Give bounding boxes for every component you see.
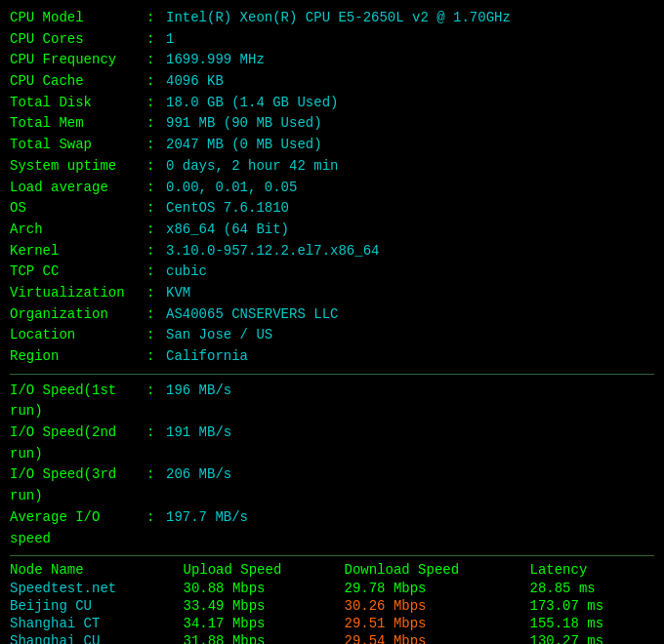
sysinfo-label: OS (10, 198, 146, 220)
io-row: I/O Speed(1st run) : 196 MB/s (10, 381, 654, 423)
network-download: 29.51 Mbps (344, 615, 529, 632)
sysinfo-row: CPU Cache : 4096 KB (10, 71, 654, 93)
io-row: I/O Speed(2nd run) : 191 MB/s (10, 423, 654, 464)
sysinfo-label: Location (10, 325, 146, 346)
network-header: Upload Speed (183, 562, 344, 580)
io-colon: : (146, 507, 166, 549)
sysinfo-row: Virtualization : KVM (10, 283, 654, 304)
sysinfo-value: 991 MB (90 MB Used) (166, 113, 322, 135)
sysinfo-value: 0 days, 2 hour 42 min (166, 156, 338, 178)
sysinfo-value: KVM (166, 283, 190, 304)
sysinfo-value: 0.00, 0.01, 0.05 (166, 178, 297, 199)
sysinfo-row: CPU Frequency : 1699.999 MHz (10, 50, 654, 71)
network-table: Node NameUpload SpeedDownload SpeedLaten… (10, 562, 654, 644)
divider-2 (10, 555, 654, 556)
sysinfo-value: AS40065 CNSERVERS LLC (166, 304, 338, 326)
network-latency: 155.18 ms (529, 615, 654, 632)
io-section: I/O Speed(1st run) : 196 MB/s I/O Speed(… (10, 381, 654, 550)
io-value: 196 MB/s (166, 381, 231, 423)
network-upload: 34.17 Mbps (183, 615, 344, 632)
io-colon: : (146, 381, 166, 423)
sysinfo-colon: : (146, 135, 166, 156)
sysinfo-colon: : (146, 50, 166, 71)
sysinfo-row: TCP CC : cubic (10, 262, 654, 283)
sysinfo-colon: : (146, 156, 166, 178)
sysinfo-value: cubic (166, 262, 207, 283)
network-latency: 173.07 ms (529, 597, 654, 615)
io-row: Average I/O speed : 197.7 MB/s (10, 507, 654, 549)
sysinfo-colon: : (146, 178, 166, 199)
sysinfo-colon: : (146, 325, 166, 346)
io-label: I/O Speed(2nd run) (10, 423, 146, 464)
io-value: 197.7 MB/s (166, 507, 248, 549)
sysinfo-value: 3.10.0-957.12.2.el7.x86_64 (166, 241, 379, 262)
sysinfo-colon: : (146, 113, 166, 135)
sysinfo-row: OS : CentOS 7.6.1810 (10, 198, 654, 220)
sysinfo-colon: : (146, 29, 166, 51)
network-row: Beijing CU33.49 Mbps30.26 Mbps173.07 ms (10, 597, 654, 615)
sysinfo-row: CPU Cores : 1 (10, 29, 654, 51)
io-label: Average I/O speed (10, 507, 146, 549)
sysinfo-label: Region (10, 346, 146, 368)
sysinfo-label: CPU Cache (10, 71, 146, 93)
sysinfo-colon: : (146, 8, 166, 29)
network-row: Speedtest.net30.88 Mbps29.78 Mbps28.85 m… (10, 580, 654, 597)
network-latency: 28.85 ms (529, 580, 654, 597)
network-row: Shanghai CT34.17 Mbps29.51 Mbps155.18 ms (10, 615, 654, 632)
sysinfo-row: Location : San Jose / US (10, 325, 654, 346)
sysinfo-label: Virtualization (10, 283, 146, 304)
sysinfo-value: 2047 MB (0 MB Used) (166, 135, 322, 156)
network-row: Shanghai CU31.88 Mbps29.54 Mbps130.27 ms (10, 632, 654, 644)
network-upload: 33.49 Mbps (183, 597, 344, 615)
sysinfo-row: Total Swap : 2047 MB (0 MB Used) (10, 135, 654, 156)
sysinfo-value: Intel(R) Xeon(R) CPU E5-2650L v2 @ 1.70G… (166, 8, 511, 29)
network-upload: 31.88 Mbps (183, 632, 344, 644)
sysinfo-row: Arch : x86_64 (64 Bit) (10, 220, 654, 241)
sysinfo-value: California (166, 346, 248, 368)
sysinfo-row: Total Mem : 991 MB (90 MB Used) (10, 113, 654, 135)
sysinfo-row: CPU Model : Intel(R) Xeon(R) CPU E5-2650… (10, 8, 654, 29)
sysinfo-value: 1 (166, 29, 174, 51)
sysinfo-value: 4096 KB (166, 71, 224, 93)
sysinfo-label: Kernel (10, 241, 146, 262)
network-latency: 130.27 ms (529, 632, 654, 644)
sysinfo-label: CPU Model (10, 8, 146, 29)
sysinfo-label: Total Disk (10, 93, 146, 114)
network-node: Shanghai CU (10, 632, 183, 644)
sysinfo-label: Total Swap (10, 135, 146, 156)
io-label: I/O Speed(3rd run) (10, 464, 146, 506)
sysinfo-row: Kernel : 3.10.0-957.12.2.el7.x86_64 (10, 241, 654, 262)
io-value: 191 MB/s (166, 423, 231, 464)
sysinfo-colon: : (146, 71, 166, 93)
network-node: Speedtest.net (10, 580, 183, 597)
io-value: 206 MB/s (166, 464, 231, 506)
sysinfo-colon: : (146, 346, 166, 368)
sysinfo-label: CPU Frequency (10, 50, 146, 71)
network-download: 29.54 Mbps (344, 632, 529, 644)
sysinfo-colon: : (146, 262, 166, 283)
sysinfo-row: Load average : 0.00, 0.01, 0.05 (10, 178, 654, 199)
io-colon: : (146, 464, 166, 506)
sysinfo-value: 18.0 GB (1.4 GB Used) (166, 93, 338, 114)
divider-1 (10, 374, 654, 375)
sysinfo-label: Total Mem (10, 113, 146, 135)
sysinfo-colon: : (146, 241, 166, 262)
sysinfo-colon: : (146, 304, 166, 326)
network-upload: 30.88 Mbps (183, 580, 344, 597)
sysinfo-row: System uptime : 0 days, 2 hour 42 min (10, 156, 654, 178)
sysinfo-label: CPU Cores (10, 29, 146, 51)
io-colon: : (146, 423, 166, 464)
sysinfo-colon: : (146, 93, 166, 114)
sysinfo-label: System uptime (10, 156, 146, 178)
sysinfo-row: Organization : AS40065 CNSERVERS LLC (10, 304, 654, 326)
sysinfo-colon: : (146, 220, 166, 241)
sysinfo-colon: : (146, 198, 166, 220)
network-node: Beijing CU (10, 597, 183, 615)
network-download: 30.26 Mbps (344, 597, 529, 615)
network-section: Node NameUpload SpeedDownload SpeedLaten… (10, 562, 654, 644)
sysinfo-section: CPU Model : Intel(R) Xeon(R) CPU E5-2650… (10, 8, 654, 368)
sysinfo-row: Total Disk : 18.0 GB (1.4 GB Used) (10, 93, 654, 114)
network-header: Latency (529, 562, 654, 580)
io-label: I/O Speed(1st run) (10, 381, 146, 423)
sysinfo-label: Arch (10, 220, 146, 241)
